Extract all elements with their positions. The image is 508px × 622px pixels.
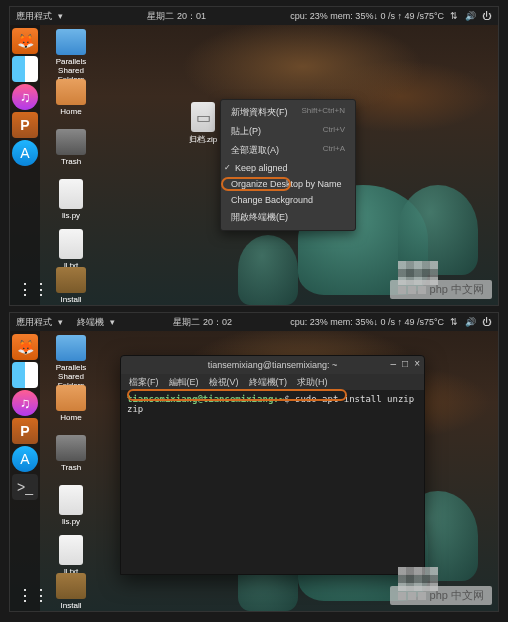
ll-txt[interactable]: ll.txt (46, 535, 96, 576)
parallels-folder[interactable]: Parallels Shared Folders (46, 29, 96, 84)
file-icon (59, 179, 83, 209)
watermark: php 中文网 (390, 280, 492, 299)
menu-item-label: 開啟终端機(E) (231, 211, 288, 224)
trash[interactable]: Trash (46, 435, 96, 472)
clock[interactable]: 星期二 20：02 (173, 316, 232, 329)
menu-item-shortcut: Shift+Ctrl+N (302, 106, 346, 119)
context-menu-item[interactable]: 新增資料夾(F)Shift+Ctrl+N (221, 103, 355, 122)
desktop-context-menu[interactable]: 新增資料夾(F)Shift+Ctrl+N貼上(P)Ctrl+V全部選取(A)Ct… (220, 99, 356, 231)
terminal-menubar[interactable]: 檔案(F)編輯(E)檢視(V)終端機(T)求助(H) (121, 374, 424, 390)
clock[interactable]: 星期二 20：01 (147, 10, 206, 23)
close-button[interactable]: × (414, 358, 420, 369)
file-label: Home (46, 107, 96, 116)
wallpaper-dome (238, 235, 298, 305)
desktop-screenshot-context-menu: 應用程式 ▾ 星期二 20：01 cpu: 23% mem: 35%↓ 0 /s… (9, 6, 499, 306)
power-icon[interactable]: ⏻ (480, 10, 492, 22)
menu-item-label: Change Background (231, 195, 313, 205)
menu-item-shortcut: Ctrl+V (323, 125, 345, 138)
file-icon (56, 573, 86, 599)
context-menu-item[interactable]: Organize Desktop by Name (221, 176, 355, 192)
install-macos[interactable]: Install macOS Catalina (46, 267, 96, 306)
context-menu-item[interactable]: 貼上(P)Ctrl+V (221, 122, 355, 141)
file-label: lis.py (46, 517, 96, 526)
file-label: Trash (46, 463, 96, 472)
powerpoint-icon[interactable]: P (12, 112, 38, 138)
menu-item-label: 貼上(P) (231, 125, 261, 138)
app-menu-label[interactable]: 應用程式 (16, 316, 52, 329)
parallels-folder[interactable]: Parallels Shared Folders (46, 335, 96, 390)
terminal-icon[interactable]: >_ (12, 474, 38, 500)
terminal-menu-item[interactable]: 終端機(T) (249, 376, 288, 389)
menu-item-label: Organize Desktop by Name (231, 179, 342, 189)
file-icon (56, 267, 86, 293)
power-icon[interactable]: ⏻ (480, 316, 492, 328)
system-stats: cpu: 23% mem: 35%↓ 0 /s ↑ 49 /s75°C (290, 11, 444, 21)
lis-py[interactable]: lis.py (46, 179, 96, 220)
terminal-menu-item[interactable]: 求助(H) (297, 376, 328, 389)
powerpoint-icon[interactable]: P (12, 418, 38, 444)
file-label: Install macOS Catalina (46, 295, 96, 306)
file-label: Home (46, 413, 96, 422)
zip-icon: ▭ (191, 102, 215, 132)
file-icon (56, 29, 86, 55)
file-label: lis.py (46, 211, 96, 220)
ll-txt[interactable]: ll.txt (46, 229, 96, 270)
context-menu-item[interactable]: Change Background (221, 192, 355, 208)
volume-icon[interactable]: 🔊 (464, 10, 476, 22)
menu-item-label: 全部選取(A) (231, 144, 279, 157)
window-title: tiansemixiang@tiansemixiang: ~ (208, 360, 337, 370)
network-icon[interactable]: ⇅ (448, 316, 460, 328)
menu-item-label: Keep aligned (235, 163, 288, 173)
trash[interactable]: Trash (46, 129, 96, 166)
home-folder[interactable]: Home (46, 79, 96, 116)
appstore-icon[interactable]: A (12, 446, 38, 472)
minimize-button[interactable]: – (391, 358, 397, 369)
terminal-menu-label[interactable]: 終端機 (77, 316, 104, 329)
file-icon (56, 129, 86, 155)
finder-icon[interactable] (12, 56, 38, 82)
itunes-icon[interactable]: ♫ (12, 84, 38, 110)
menu-item-shortcut: Ctrl+A (323, 144, 345, 157)
network-icon[interactable]: ⇅ (448, 10, 460, 22)
maximize-button[interactable]: □ (402, 358, 408, 369)
itunes-icon[interactable]: ♫ (12, 390, 38, 416)
menu-item-label: 新增資料夾(F) (231, 106, 288, 119)
install-macos[interactable]: Install macOS Catalina (46, 573, 96, 612)
launcher-dock[interactable]: 🦊♫PA>_ ⋮⋮⋮ (10, 331, 40, 611)
lis-py[interactable]: lis.py (46, 485, 96, 526)
context-menu-item[interactable]: 開啟终端機(E) (221, 208, 355, 227)
terminal-menu-item[interactable]: 檢視(V) (209, 376, 239, 389)
terminal-prompt: tiansemixiang@tiansemixiang:~ (127, 394, 284, 404)
file-icon (56, 79, 86, 105)
volume-icon[interactable]: 🔊 (464, 316, 476, 328)
home-folder[interactable]: Home (46, 385, 96, 422)
launcher-dock[interactable]: 🦊♫PA ⋮⋮⋮ (10, 25, 40, 305)
app-menu-label[interactable]: 應用程式 (16, 10, 52, 23)
appstore-icon[interactable]: A (12, 140, 38, 166)
file-icon (56, 435, 86, 461)
file-icon (59, 535, 83, 565)
top-bar[interactable]: 應用程式 ▾ 星期二 20：01 cpu: 23% mem: 35%↓ 0 /s… (10, 7, 498, 25)
file-label: Trash (46, 157, 96, 166)
terminal-menu-item[interactable]: 檔案(F) (129, 376, 159, 389)
context-menu-item[interactable]: 全部選取(A)Ctrl+A (221, 141, 355, 160)
desktop-screenshot-terminal: 應用程式 ▾ 終端機 ▾ 星期二 20：02 cpu: 23% mem: 35%… (9, 312, 499, 612)
file-icon (56, 385, 86, 411)
prompt-dollar: $ (284, 394, 289, 404)
file-label: Install macOS Catalina (46, 601, 96, 612)
system-stats: cpu: 23% mem: 35%↓ 0 /s ↑ 49 /s75°C (290, 317, 444, 327)
window-titlebar[interactable]: tiansemixiang@tiansemixiang: ~ – □ × (121, 356, 424, 374)
firefox-icon[interactable]: 🦊 (12, 334, 38, 360)
watermark: php 中文网 (390, 586, 492, 605)
terminal-body[interactable]: tiansemixiang@tiansemixiang:~$ sudo apt … (121, 390, 424, 574)
firefox-icon[interactable]: 🦊 (12, 28, 38, 54)
terminal-menu-item[interactable]: 編輯(E) (169, 376, 199, 389)
show-applications-icon[interactable]: ⋮⋮⋮ (12, 276, 38, 302)
show-applications-icon[interactable]: ⋮⋮⋮ (12, 582, 38, 608)
context-menu-item[interactable]: Keep aligned (221, 160, 355, 176)
file-icon (59, 485, 83, 515)
top-bar[interactable]: 應用程式 ▾ 終端機 ▾ 星期二 20：02 cpu: 23% mem: 35%… (10, 313, 498, 331)
finder-icon[interactable] (12, 362, 38, 388)
terminal-window[interactable]: tiansemixiang@tiansemixiang: ~ – □ × 檔案(… (120, 355, 425, 575)
file-icon (59, 229, 83, 259)
